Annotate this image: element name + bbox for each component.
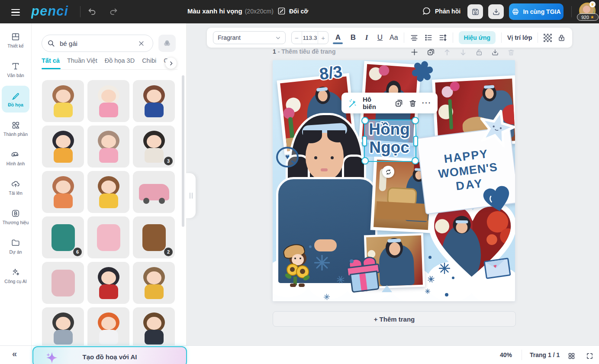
list-button[interactable]	[424, 33, 433, 42]
selection-handle-w[interactable]	[362, 136, 367, 146]
selection-handle-e[interactable]	[413, 136, 418, 146]
selection-handle-se[interactable]	[412, 157, 419, 164]
font-size-value[interactable]: 113.3	[302, 32, 318, 44]
underline-button[interactable]: U	[376, 33, 384, 42]
create-graphics-ai-button[interactable]: Tạo đồ hoạ với AI	[32, 346, 187, 364]
selection-handle-sw[interactable]	[361, 157, 369, 164]
text-color-button[interactable]: A	[334, 33, 342, 42]
sticker-chibi-girl-blue-dress[interactable]	[133, 80, 175, 122]
lock-page-icon[interactable]	[475, 48, 483, 56]
sidebar-item-graphics[interactable]: Đồ họa	[2, 86, 29, 113]
tab-3d[interactable]: Đồ họa 3D	[105, 57, 135, 69]
selection-handle-ne[interactable]	[412, 117, 419, 124]
lock-button[interactable]	[557, 34, 566, 42]
line-spacing-button[interactable]	[438, 33, 447, 42]
sticker-girl-2026-new-year[interactable]	[87, 262, 129, 304]
sidebar-item-projects[interactable]: Dự án	[2, 233, 29, 260]
panel-resize-handle[interactable]	[186, 173, 196, 218]
sticker-astronaut-girl[interactable]	[87, 307, 129, 345]
magic-action-label[interactable]: Hô biến	[363, 96, 385, 110]
search-input[interactable]	[59, 39, 134, 48]
sticker-pink-vintage-car[interactable]	[133, 171, 175, 213]
menu-icon[interactable]	[11, 7, 20, 17]
panel-scrollbar[interactable]	[182, 75, 184, 227]
sticker-chibi-kid-waving[interactable]: 3	[133, 126, 175, 168]
penci-logo[interactable]: penci	[31, 3, 68, 19]
font-family-select[interactable]: Fragrant	[213, 31, 286, 44]
collapse-panel-button[interactable]: «	[12, 349, 17, 359]
more-options-button[interactable]: ···	[422, 99, 432, 107]
sticker-girl-soccer-goalkeeper[interactable]	[133, 262, 175, 304]
clear-search-icon[interactable]	[138, 40, 145, 47]
download-button[interactable]	[488, 4, 504, 19]
move-page-down-icon[interactable]	[459, 48, 467, 56]
sidebar-item-brand[interactable]: Thương hiệu	[2, 203, 29, 230]
duplicate-page-icon[interactable]	[427, 48, 435, 56]
sunflower-girl-sticker[interactable]	[279, 245, 316, 288]
sticker-count-badge: 3	[164, 157, 173, 165]
feedback-button[interactable]: Phản hồi	[422, 6, 461, 16]
sticker-girl-reading-book[interactable]	[42, 126, 84, 168]
fullscreen-button[interactable]	[586, 352, 593, 360]
pages-grid-view-button[interactable]	[568, 352, 575, 360]
sticker-brown-overall-outfit[interactable]: 2	[133, 216, 175, 258]
delete-element-icon[interactable]	[409, 99, 417, 108]
sidebar-item-text[interactable]: Văn bản	[2, 56, 29, 83]
add-page-icon[interactable]	[410, 48, 419, 56]
filter-icon	[162, 39, 172, 48]
selection-box[interactable]	[364, 119, 416, 162]
brand-icon	[11, 209, 20, 218]
sidebar-item-design[interactable]: Thiết kế	[2, 27, 29, 54]
gift-sticker[interactable]	[343, 253, 384, 293]
increase-font-button[interactable]: +	[318, 34, 328, 42]
sticker-girl-glasses-pink[interactable]	[87, 126, 129, 168]
sticker-chef-girl-with-salad[interactable]	[87, 80, 129, 122]
sidebar-item-ai-tools[interactable]: Công cụ AI	[2, 262, 29, 289]
sticker-angel-tutu-outfit[interactable]	[42, 262, 84, 304]
sticker-kid-raising-lantern[interactable]	[42, 307, 84, 345]
page-title-placeholder[interactable]: - Thêm tiêu đề trang	[278, 48, 336, 55]
effects-button[interactable]: Hiệu ứng	[459, 31, 496, 44]
sticker-girl-pink-bow-laughing[interactable]	[42, 80, 84, 122]
sticker-schoolgirl-running[interactable]	[133, 307, 175, 345]
italic-button[interactable]: I	[363, 33, 370, 42]
text-case-button[interactable]: Aa	[390, 34, 398, 42]
element-context-menu: Hô biến ···	[341, 93, 438, 113]
sticker-pink-tutu-outfit[interactable]	[87, 216, 129, 258]
transparency-button[interactable]	[544, 34, 552, 42]
tab-chibi[interactable]: Chibi	[142, 57, 156, 69]
sidebar-item-components[interactable]: Thành phần	[2, 115, 29, 142]
tab-thuan-viet[interactable]: Thuần Việt	[67, 57, 97, 69]
duplicate-element-icon[interactable]	[395, 99, 403, 108]
bold-button[interactable]: B	[349, 33, 357, 42]
move-page-up-icon[interactable]	[443, 48, 451, 56]
tab-all[interactable]: Tất cả	[42, 57, 60, 69]
text-icon	[11, 61, 20, 71]
sidebar-item-upload[interactable]: Tải lên	[2, 174, 29, 201]
sticker-girl-yellow-apron-food[interactable]	[87, 171, 129, 213]
tabs-scroll-right-button[interactable]	[165, 58, 177, 69]
align-button[interactable]	[410, 33, 419, 42]
filter-button[interactable]	[158, 35, 176, 52]
sidebar-item-images[interactable]: Hình ảnh	[2, 145, 29, 171]
add-page-button[interactable]: + Thêm trang	[273, 311, 516, 327]
speech-bubble-doodle[interactable]: ♥	[276, 147, 299, 168]
sticker-girl-with-cat-and-boxes[interactable]	[42, 171, 84, 213]
rotate-handle[interactable]	[382, 166, 394, 178]
design-title[interactable]: Màu xanh hi vọng	[187, 7, 242, 15]
download-page-icon[interactable]	[491, 48, 499, 56]
save-button[interactable]	[467, 4, 483, 19]
sticker-green-dress-outfit[interactable]: 6	[42, 216, 84, 258]
decrease-font-button[interactable]: −	[292, 34, 302, 42]
undo-icon[interactable]	[87, 7, 97, 16]
delete-page-icon[interactable]	[507, 48, 515, 56]
date-text[interactable]: 8/3	[319, 62, 344, 84]
redo-icon[interactable]	[109, 7, 118, 16]
print-with-tgia-button[interactable]: In cùng TGIA	[509, 3, 564, 20]
folder-icon	[11, 238, 20, 248]
dot-doodle	[350, 259, 354, 263]
layer-position-button[interactable]: Vị trí lớp	[507, 34, 532, 41]
envelope-sticker[interactable]: ♥	[483, 258, 511, 279]
selection-handle-nw[interactable]	[361, 117, 369, 124]
resize-button[interactable]: Đổi cỡ	[277, 7, 308, 15]
